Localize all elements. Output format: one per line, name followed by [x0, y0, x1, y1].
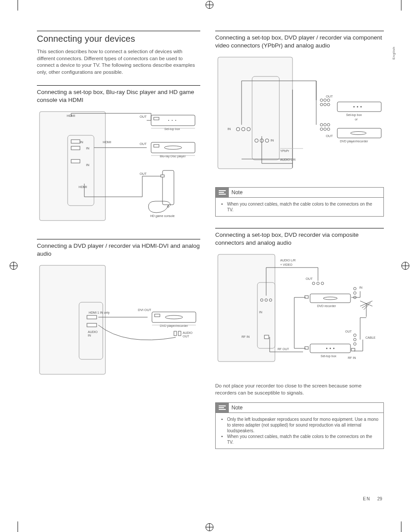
- svg-point-69: [324, 99, 326, 101]
- svg-rect-32: [87, 315, 97, 319]
- svg-rect-4: [71, 159, 80, 163]
- subsection-title: Connecting a set-top box, Blu-ray Disc p…: [37, 85, 200, 104]
- svg-point-110: [333, 348, 335, 349]
- svg-text:IN: IN: [86, 163, 90, 167]
- svg-text:IN: IN: [228, 127, 231, 131]
- note-title: Note: [231, 189, 242, 195]
- svg-text:RF IN: RF IN: [348, 356, 356, 359]
- intro-text: This section describes how to connect a …: [37, 48, 200, 76]
- svg-rect-19: [151, 142, 195, 153]
- subsection-title: Connecting a set-top box, DVD player / r…: [215, 31, 384, 49]
- svg-rect-48: [252, 76, 279, 160]
- svg-point-80: [327, 128, 330, 130]
- svg-rect-86: [219, 194, 226, 195]
- section-heading: Connecting your devices: [37, 31, 200, 44]
- page-number: 29: [377, 496, 382, 501]
- footer-lang: EN: [363, 496, 371, 501]
- svg-rect-130: [219, 409, 226, 410]
- note-icon: [216, 188, 229, 197]
- svg-point-61: [357, 106, 358, 108]
- svg-text:RF OUT: RF OUT: [278, 347, 289, 351]
- svg-point-77: [327, 123, 330, 126]
- svg-text:HDMI: HDMI: [103, 140, 111, 144]
- svg-point-73: [327, 103, 330, 106]
- svg-text:CABLE: CABLE: [365, 336, 376, 339]
- svg-rect-85: [219, 192, 224, 193]
- svg-text:HDMI 1 IN only: HDMI 1 IN only: [89, 311, 110, 315]
- note-box: Note Only the left loudspeaker reproduce…: [215, 402, 384, 449]
- svg-rect-119: [305, 296, 308, 298]
- diagram-component: IN IN YPbPr AUDIO L/R Set-top box or DVD…: [215, 54, 384, 171]
- svg-point-108: [326, 348, 328, 349]
- svg-text:DVD recorder: DVD recorder: [317, 304, 336, 308]
- svg-point-78: [320, 128, 323, 130]
- svg-point-62: [361, 106, 362, 108]
- svg-point-113: [354, 338, 356, 341]
- svg-text:or: or: [355, 118, 358, 121]
- svg-point-14: [172, 120, 173, 121]
- svg-text:OUT: OUT: [183, 335, 190, 338]
- svg-text:IN: IN: [271, 138, 274, 142]
- svg-rect-2: [71, 140, 80, 143]
- svg-text:IN: IN: [359, 286, 362, 289]
- svg-rect-11: [151, 115, 195, 126]
- svg-text:OUT: OUT: [345, 330, 352, 333]
- note-body: When you connect cables, match the cable…: [216, 197, 383, 216]
- svg-rect-65: [337, 128, 381, 138]
- body-text: Do not place your recorder too close to …: [215, 383, 384, 396]
- svg-point-70: [327, 99, 330, 101]
- diagram-hdmi-dvi: HDMI 1 IN only AUDIO IN DVD player/recor…: [37, 263, 200, 377]
- svg-text:DVI OUT: DVI OUT: [138, 308, 152, 312]
- page-content: Connecting your devices This section des…: [37, 31, 384, 505]
- svg-rect-37: [152, 312, 196, 322]
- subsection-title: Connecting a set-top box, DVD recorder v…: [215, 228, 384, 246]
- svg-text:OUT: OUT: [306, 277, 313, 281]
- svg-rect-1: [68, 135, 94, 206]
- svg-text:HD game console: HD game console: [150, 214, 175, 218]
- note-icon: [216, 403, 229, 413]
- svg-text:Set-top box: Set-top box: [346, 113, 362, 117]
- svg-rect-43: [174, 331, 177, 336]
- svg-text:Set-top box: Set-top box: [164, 127, 180, 131]
- svg-text:DVD player/recorder: DVD player/recorder: [340, 140, 368, 143]
- svg-point-72: [324, 103, 326, 106]
- svg-point-99: [312, 282, 315, 285]
- svg-text:RF IN: RF IN: [242, 335, 249, 338]
- svg-point-76: [324, 123, 326, 126]
- svg-text:AUDIO L/R: AUDIO L/R: [280, 158, 296, 161]
- svg-rect-3: [71, 146, 80, 150]
- svg-point-103: [354, 287, 356, 290]
- svg-rect-84: [219, 190, 226, 191]
- svg-text:IN: IN: [86, 146, 90, 150]
- svg-rect-117: [351, 348, 355, 351]
- svg-text:OUT: OUT: [140, 115, 147, 119]
- svg-point-114: [354, 343, 356, 345]
- svg-text:DVD player/recorder: DVD player/recorder: [160, 324, 188, 328]
- svg-rect-20: [154, 145, 159, 147]
- svg-rect-38: [155, 314, 160, 317]
- svg-rect-129: [219, 407, 224, 408]
- svg-text:YPbPr: YPbPr: [280, 149, 289, 152]
- svg-text:OUT: OUT: [326, 94, 333, 98]
- svg-text:OUT: OUT: [326, 134, 333, 138]
- svg-point-68: [320, 99, 323, 101]
- svg-rect-96: [310, 294, 350, 303]
- svg-point-100: [317, 282, 319, 285]
- svg-point-112: [354, 334, 356, 337]
- svg-text:AUDIO: AUDIO: [183, 331, 193, 334]
- svg-rect-44: [178, 331, 181, 336]
- registration-mark: [10, 262, 18, 270]
- svg-text:OUT: OUT: [140, 172, 147, 176]
- svg-point-71: [320, 103, 323, 106]
- svg-text:AUDIO: AUDIO: [88, 330, 98, 333]
- svg-text:AUDIO L/R: AUDIO L/R: [280, 259, 296, 262]
- registration-mark: [206, 1, 213, 9]
- svg-point-101: [321, 282, 324, 285]
- subsection-title: Connecting a DVD player / recorder via H…: [37, 239, 200, 257]
- note-box: Note When you connect cables, match the …: [215, 187, 384, 217]
- svg-point-109: [330, 348, 331, 349]
- diagram-hdmi: IN IN IN HDMI HDMI HDMI OUT Set-top box …: [37, 109, 200, 223]
- svg-rect-59: [337, 102, 381, 112]
- svg-rect-12: [154, 117, 159, 120]
- svg-text:+ VIDEO: + VIDEO: [280, 263, 293, 266]
